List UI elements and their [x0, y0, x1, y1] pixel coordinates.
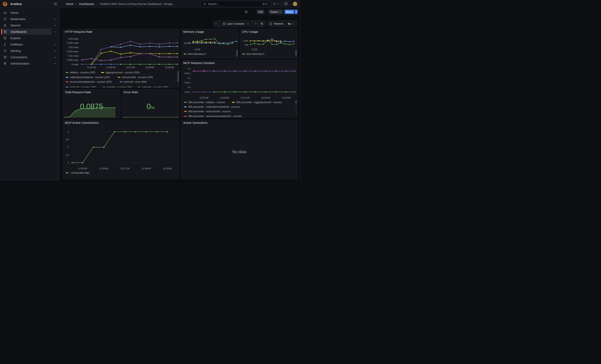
star-icon [3, 24, 7, 27]
chart-canvas: 11.522.5312:25:0012:26:0012:27:0012:28:0… [63, 120, 179, 179]
gear-icon [3, 62, 7, 65]
chevron-down-icon[interactable] [54, 24, 56, 27]
header-divider [254, 10, 254, 14]
chevron-down-icon[interactable] [277, 3, 279, 5]
help-icon[interactable] [284, 2, 288, 6]
edit-button[interactable]: Edit [257, 10, 264, 14]
chevron-down-icon[interactable] [54, 43, 56, 46]
legend-scrollbar-thumb[interactable] [178, 71, 179, 82]
legend-item[interactable]: tools/list - success (200) [102, 86, 132, 88]
legend-label: - (streamable-http) [70, 171, 90, 174]
time-range-button[interactable]: Last 5 minutes [219, 21, 253, 27]
legend-color-dash [101, 72, 104, 73]
chevron-down-icon[interactable] [54, 18, 56, 20]
grafana-logo-icon [3, 1, 8, 6]
legend-item[interactable]: 95th percentile - notifications/initiali… [184, 106, 240, 108]
legend-item[interactable]: fetch-telemetry-0 [184, 53, 206, 55]
breadcrumb: Home Dashboards ToolHive MCP Server & Pr… [66, 0, 175, 8]
search-icon [203, 2, 206, 5]
breadcrumb-home[interactable]: Home [66, 2, 73, 6]
svg-text:12:25:00: 12:25:00 [78, 167, 87, 170]
chevron-down-icon[interactable] [54, 56, 56, 59]
legend-color-dash [120, 81, 122, 82]
chevron-down-icon[interactable] [54, 62, 56, 65]
refresh-interval-button[interactable]: 5s [285, 21, 297, 27]
sidebar-item-highlight [1, 16, 51, 22]
sidebar-item-bookmarks[interactable]: Bookmarks [0, 16, 60, 22]
chart-canvas [122, 89, 179, 118]
zoom-out-button[interactable] [259, 21, 265, 27]
svg-text:1: 1 [68, 162, 69, 164]
legend-item[interactable]: 95th percentile - resources/list - succe… [184, 110, 231, 113]
svg-text:5 s: 5 s [188, 68, 191, 70]
sidebar-item-home[interactable]: Home [0, 10, 60, 16]
legend-item[interactable]: fetch-telemetry-0 [242, 53, 264, 55]
time-back-button[interactable] [213, 21, 219, 27]
search-placeholder: Search... [208, 2, 261, 6]
svg-text:0.2%: 0.2% [243, 40, 248, 42]
add-new-icon[interactable] [273, 2, 276, 5]
panel-active-goroutines: Active Goroutines No data [181, 120, 297, 179]
plug-icon [3, 55, 7, 59]
legend-color-dash [66, 87, 68, 88]
legend-color-dash [232, 102, 235, 103]
sidebar-toggle-icon[interactable] [54, 2, 57, 6]
sidebar-item-dashboards[interactable]: Dashboards [0, 29, 60, 35]
sidebar-item-label: Explore [10, 35, 21, 41]
chevron-down-icon[interactable] [54, 50, 56, 52]
svg-text:2.5: 2.5 [66, 138, 69, 141]
legend-item[interactable]: resources/list - success (200) [118, 76, 153, 79]
sidebar-item-connections[interactable]: Connections [0, 54, 60, 60]
legend-scrollbar-thumb[interactable] [295, 50, 297, 56]
legend-color-dash [102, 87, 105, 88]
panel-mcp-active-connections: MCP Active Connections 11.522.5312:25:00… [63, 120, 179, 179]
svg-text:0.02 req/s: 0.02 req/s [68, 46, 79, 49]
legend-label: tools/list - success (200) [107, 86, 132, 88]
svg-text:12:27:00: 12:27:00 [121, 167, 130, 170]
panel-error-rate: Error Rate 0% [122, 89, 179, 118]
avatar[interactable] [293, 2, 297, 6]
sidebar-item-alerting[interactable]: Alerting [0, 48, 60, 54]
drilldown-icon [3, 43, 7, 46]
chevron-down-icon[interactable] [54, 31, 56, 33]
share-menu-button[interactable] [295, 10, 298, 14]
refresh-button[interactable]: Refresh [268, 21, 285, 27]
time-picker-group: Last 5 minutes [213, 20, 266, 27]
legend-item[interactable]: - (streamable-http) [66, 171, 90, 174]
breadcrumb-dashboards[interactable]: Dashboards [79, 2, 94, 6]
svg-text:4.50 s: 4.50 s [184, 72, 191, 75]
sidebar-item-label: Bookmarks [10, 16, 25, 22]
sidebar-item-drilldown[interactable]: Drilldown [0, 41, 60, 48]
legend-item[interactable]: 95th percentile - initialize - success [184, 101, 225, 104]
legend-item[interactable]: logging/setLevel - success (200) [101, 71, 140, 74]
legend-item[interactable]: tools/call - error (404) [120, 80, 147, 83]
legend-item[interactable]: notifications/initialized - success (202… [66, 76, 110, 79]
favorite-star-icon[interactable] [244, 10, 248, 13]
zoom-out-icon [260, 22, 263, 25]
refresh-icon [269, 22, 272, 25]
legend-item[interactable]: unknown - success (200) [138, 86, 168, 88]
search-input[interactable]: Search... ⌘+k [201, 1, 270, 7]
sidebar-item-highlight [1, 35, 51, 41]
sidebar-item-administration[interactable]: Administration [0, 60, 60, 67]
legend-item[interactable]: initialize - success (200) [66, 71, 95, 74]
time-forward-button[interactable] [253, 21, 258, 27]
legend-label: resources/templates/list - success (200) [70, 80, 112, 83]
svg-text:12:27:00: 12:27:00 [126, 66, 135, 69]
share-button[interactable]: Share [284, 10, 294, 14]
legend-item[interactable]: 95th percentile - logging/setLevel - suc… [232, 101, 282, 104]
sidebar-item-explore[interactable]: Explore [0, 35, 60, 41]
export-button[interactable]: Export [269, 10, 283, 14]
legend-scrollbar-thumb[interactable] [295, 100, 297, 104]
legend-item[interactable]: tools/call - success (200) [66, 86, 96, 88]
svg-text:12:25:00: 12:25:00 [199, 97, 208, 99]
legend-label: 95th percentile - initialize - success [188, 101, 225, 104]
legend-item[interactable]: resources/templates/list - success (200) [66, 80, 112, 83]
sidebar-item-starred[interactable]: Starred [0, 22, 60, 29]
svg-text:12:26:00: 12:26:00 [220, 97, 229, 99]
legend-item[interactable]: 95th percentile - resources/templates/li… [184, 115, 242, 118]
legend-label: 95th percentile - logging/setLevel - suc… [236, 101, 282, 104]
legend-scrollbar-thumb[interactable] [236, 50, 238, 56]
refresh-group: Refresh 5s [268, 20, 297, 27]
legend-label: 95th percentile - resources/list - succe… [188, 110, 231, 113]
